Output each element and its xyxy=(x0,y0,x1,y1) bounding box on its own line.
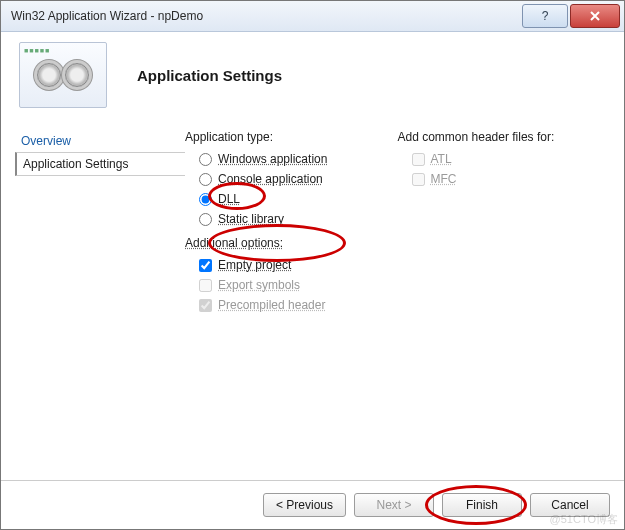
checkbox-input xyxy=(199,299,212,312)
titlebar-buttons: ? xyxy=(520,4,620,28)
right-column: Add common header files for: ATL MFC xyxy=(398,130,611,480)
watermark: @51CTO博客 xyxy=(550,512,618,527)
radio-input[interactable] xyxy=(199,193,212,206)
footer: < Previous Next > Finish Cancel xyxy=(1,480,624,529)
header: ■■■■■ Application Settings xyxy=(1,32,624,116)
body: Overview Application Settings Applicatio… xyxy=(1,116,624,480)
additional-options-label: Additional options: xyxy=(185,236,398,250)
radio-console-app[interactable]: Console application xyxy=(199,170,398,188)
checkbox-input xyxy=(412,153,425,166)
check-atl: ATL xyxy=(412,150,611,168)
sidebar: Overview Application Settings xyxy=(15,122,185,480)
radio-windows-app[interactable]: Windows application xyxy=(199,150,398,168)
checkbox-label: Export symbols xyxy=(218,278,300,292)
gear-icon xyxy=(37,63,61,87)
sidebar-item-application-settings[interactable]: Application Settings xyxy=(15,152,185,176)
page-title: Application Settings xyxy=(137,67,282,84)
checkbox-input xyxy=(199,279,212,292)
app-type-label: Application type: xyxy=(185,130,398,144)
radio-label: Static library xyxy=(218,212,284,226)
close-button[interactable] xyxy=(570,4,620,28)
checkbox-label: ATL xyxy=(431,152,452,166)
radio-input[interactable] xyxy=(199,153,212,166)
radio-static-library[interactable]: Static library xyxy=(199,210,398,228)
checkbox-label: Empty project xyxy=(218,258,291,272)
gear-icon xyxy=(65,63,89,87)
wizard-banner-icon: ■■■■■ xyxy=(19,42,107,108)
check-export-symbols: Export symbols xyxy=(199,276,398,294)
checkbox-input[interactable] xyxy=(199,259,212,272)
help-button[interactable]: ? xyxy=(522,4,568,28)
checkbox-label: Precompiled header xyxy=(218,298,325,312)
radio-input[interactable] xyxy=(199,173,212,186)
wizard-window: Win32 Application Wizard - npDemo ? ■■■■… xyxy=(0,0,625,530)
main-panel: Application type: Windows application Co… xyxy=(185,122,610,480)
check-mfc: MFC xyxy=(412,170,611,188)
next-button: Next > xyxy=(354,493,434,517)
radio-input[interactable] xyxy=(199,213,212,226)
checkbox-input xyxy=(412,173,425,186)
titlebar: Win32 Application Wizard - npDemo ? xyxy=(1,1,624,32)
previous-button[interactable]: < Previous xyxy=(263,493,346,517)
window-title: Win32 Application Wizard - npDemo xyxy=(11,9,520,23)
close-icon xyxy=(590,11,600,21)
check-precompiled-header: Precompiled header xyxy=(199,296,398,314)
sidebar-item-overview[interactable]: Overview xyxy=(15,130,185,152)
radio-label: Windows application xyxy=(218,152,327,166)
checkbox-label: MFC xyxy=(431,172,457,186)
finish-button[interactable]: Finish xyxy=(442,493,522,517)
left-column: Application type: Windows application Co… xyxy=(185,130,398,480)
headers-label: Add common header files for: xyxy=(398,130,611,144)
radio-label: DLL xyxy=(218,192,240,206)
radio-dll[interactable]: DLL xyxy=(199,190,398,208)
radio-label: Console application xyxy=(218,172,323,186)
check-empty-project[interactable]: Empty project xyxy=(199,256,398,274)
